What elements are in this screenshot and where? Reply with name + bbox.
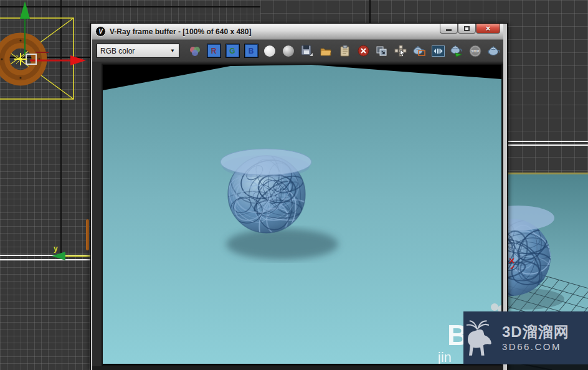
floor-plane — [103, 65, 501, 364]
title-bar[interactable]: V V-Ray frame buffer - [100% of 640 x 48… — [92, 24, 503, 40]
close-icon: × — [486, 24, 491, 33]
save-image-icon[interactable] — [298, 44, 316, 59]
splitter-right-horizontal-2[interactable] — [508, 145, 588, 146]
vray-frame-buffer-window: V V-Ray frame buffer - [100% of 640 x 48… — [91, 24, 507, 370]
close-button[interactable]: × — [476, 24, 500, 34]
chevron-down-icon: ▼ — [170, 48, 179, 54]
track-mouse-icon[interactable] — [391, 44, 410, 59]
desktop: y — [0, 0, 588, 370]
render-watermark-text: jin — [437, 349, 452, 364]
monochrome-icon[interactable] — [283, 45, 294, 57]
window-title: V-Ray frame buffer - [100% of 640 x 480] — [110, 27, 251, 36]
red-channel-button[interactable]: R — [207, 44, 220, 57]
minimize-icon — [446, 29, 452, 31]
open-image-icon[interactable] — [316, 44, 335, 59]
green-channel-button[interactable]: G — [226, 44, 239, 57]
color-channels-icon[interactable] — [186, 44, 204, 59]
watermark-title: 3D溜溜网 — [502, 324, 569, 340]
gizmo-y-arrow[interactable] — [20, 1, 30, 19]
render-icon[interactable] — [485, 44, 503, 59]
duplicate-buffer-icon[interactable] — [372, 44, 391, 59]
y-axis-marker: y — [0, 244, 91, 269]
y-axis-arrow-icon — [52, 252, 65, 260]
copy-clipboard-icon[interactable] — [335, 44, 354, 59]
color-corrections-icon[interactable] — [429, 44, 447, 59]
alpha-white-icon[interactable] — [264, 45, 275, 57]
render-image-area: B jin — [102, 64, 503, 366]
blue-channel-label: B — [249, 47, 254, 55]
channel-dropdown-value: RGB color — [97, 47, 170, 55]
vfb-toolbar: RGB color ▼ R G B — [92, 40, 503, 62]
minimize-button[interactable] — [440, 24, 458, 34]
stop-render-icon[interactable]: STOP — [466, 44, 485, 59]
stop-label: STOP — [472, 50, 479, 53]
render-last-icon[interactable] — [447, 44, 466, 59]
sphere-shadow — [226, 229, 338, 260]
maximize-icon — [464, 26, 470, 31]
torus-selection-gizmo — [0, 0, 91, 137]
maximize-button[interactable] — [458, 24, 476, 34]
y-axis-label: y — [54, 244, 58, 253]
window-bottom-border — [92, 366, 503, 370]
deer-logo-icon — [463, 319, 497, 358]
site-watermark: 3D溜溜网 3D66.COM — [463, 311, 588, 364]
green-channel-label: G — [229, 47, 235, 55]
region-render-icon[interactable] — [410, 44, 429, 59]
vray-logo-icon: V — [95, 26, 106, 37]
clear-image-icon[interactable] — [354, 44, 372, 59]
channel-dropdown[interactable]: RGB color ▼ — [97, 44, 179, 58]
rendered-scene: B jin — [103, 65, 501, 364]
blue-channel-button[interactable]: B — [245, 44, 258, 57]
splitter-right-horizontal[interactable] — [508, 141, 588, 142]
watermark-domain: 3D66.COM — [502, 341, 569, 352]
red-channel-label: R — [211, 47, 217, 55]
